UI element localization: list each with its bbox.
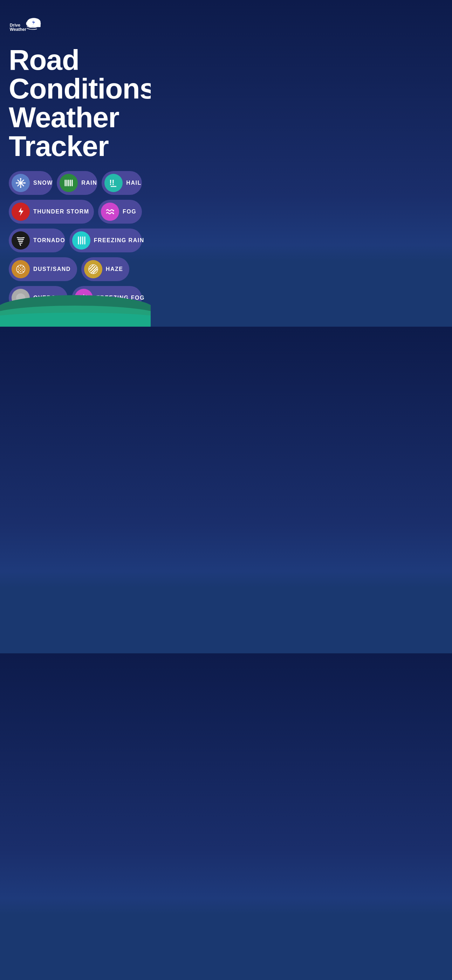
snow-label: SNOW: [33, 180, 53, 186]
tornado-label: TORNADO: [33, 237, 65, 243]
svg-point-30: [23, 266, 24, 267]
weather-chip-rain[interactable]: RAIN: [57, 171, 97, 195]
svg-point-32: [20, 269, 21, 270]
svg-point-40: [22, 270, 22, 271]
svg-text:!!: !!: [109, 178, 115, 187]
svg-point-13: [16, 182, 17, 184]
hail-label: HAIL: [126, 180, 141, 186]
weather-row-3: TORNADO FREEZING RAIN: [9, 229, 142, 252]
haze-label: HAZE: [106, 266, 123, 272]
svg-point-12: [20, 186, 21, 188]
svg-point-34: [18, 271, 19, 272]
svg-point-33: [23, 269, 24, 270]
weather-chip-dust[interactable]: DUST/SAND: [9, 257, 77, 281]
svg-point-39: [19, 270, 20, 271]
svg-point-35: [20, 271, 21, 272]
snow-icon: [11, 174, 30, 192]
dust-icon: [11, 260, 30, 278]
freezing-rain-icon: [72, 231, 91, 250]
svg-point-36: [23, 271, 24, 272]
svg-point-14: [24, 182, 25, 184]
svg-text:Drive: Drive: [10, 23, 21, 28]
svg-point-29: [20, 266, 21, 267]
weather-chip-tornado[interactable]: TORNADO: [9, 229, 65, 252]
hail-icon: !!: [104, 174, 123, 192]
weather-chip-fog[interactable]: FOG: [98, 200, 142, 224]
svg-point-41: [89, 265, 98, 274]
svg-marker-22: [19, 207, 24, 216]
app-container: Drive Weather Road Conditions Weather Tr…: [0, 0, 151, 327]
weather-row-1: SNOW RAIN !!: [9, 171, 142, 195]
thunder-icon: [11, 203, 30, 221]
weather-chip-snow[interactable]: SNOW: [9, 171, 53, 195]
freezing-rain-label: FREEZING RAIN: [94, 237, 144, 243]
svg-point-31: [18, 269, 19, 270]
dust-label: DUST/SAND: [33, 266, 71, 272]
hero-title: Road Conditions Weather Tracker: [9, 46, 142, 161]
logo-area: Drive Weather: [9, 11, 142, 38]
weather-chip-hail[interactable]: !! HAIL: [102, 171, 142, 195]
weather-chip-freezing-rain[interactable]: FREEZING RAIN: [69, 229, 142, 252]
fog-label: FOG: [123, 208, 136, 215]
bottom-decoration: [0, 281, 151, 327]
app-logo: Drive Weather: [9, 11, 47, 38]
rain-icon: [60, 174, 78, 192]
haze-icon: [84, 260, 102, 278]
svg-point-37: [19, 267, 20, 268]
svg-point-11: [20, 178, 21, 180]
fog-icon: [101, 203, 119, 221]
tornado-icon: [11, 231, 30, 250]
weather-row-4: DUST/SAND HAZE: [9, 257, 142, 281]
rain-label: RAIN: [81, 180, 97, 186]
weather-row-2: THUNDER STORM FOG: [9, 200, 142, 224]
svg-point-38: [22, 267, 22, 268]
thunder-label: THUNDER STORM: [33, 208, 89, 215]
svg-point-28: [18, 266, 19, 267]
weather-chip-thunder[interactable]: THUNDER STORM: [9, 200, 94, 224]
svg-rect-3: [29, 24, 41, 27]
svg-text:Weather: Weather: [10, 27, 27, 32]
weather-chip-haze[interactable]: HAZE: [81, 257, 130, 281]
